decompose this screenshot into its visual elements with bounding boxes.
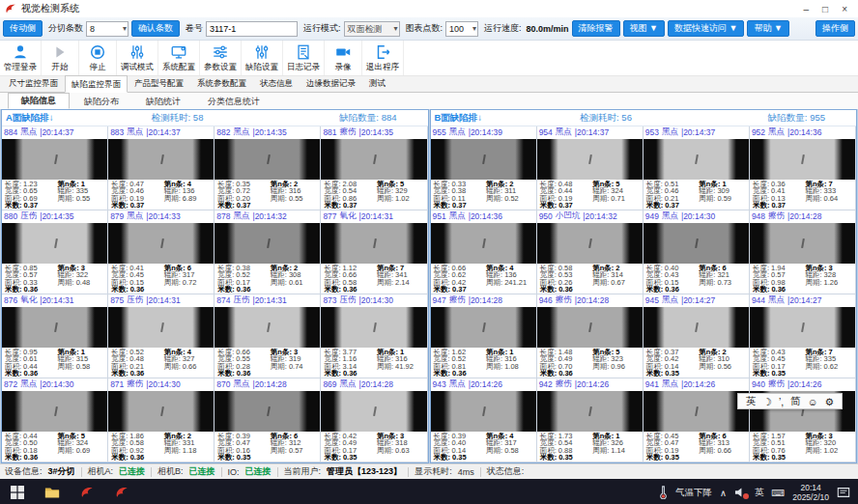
defect-cell[interactable]: 945 黑点 |20:14:27 长度:0.37 宽度:0.42 面积:0.14… bbox=[644, 294, 750, 378]
debug-mode-button[interactable]: 调试模式 bbox=[117, 41, 158, 75]
defect-image[interactable] bbox=[431, 307, 536, 349]
defect-image[interactable] bbox=[644, 307, 749, 349]
clear-alarm-button[interactable]: 清除报警 bbox=[572, 20, 620, 37]
param-settings-button[interactable]: 参数设置 bbox=[200, 41, 242, 75]
defect-image[interactable] bbox=[750, 223, 855, 265]
ime-toolbar-item[interactable]: 简 bbox=[790, 395, 801, 408]
ime-toolbar-item[interactable]: ☽ bbox=[763, 396, 772, 407]
ime-toolbar-item[interactable]: ☺ bbox=[808, 396, 818, 407]
defect-image[interactable] bbox=[750, 307, 855, 349]
defect-image[interactable] bbox=[321, 139, 426, 181]
start-button[interactable] bbox=[0, 479, 35, 504]
input-language-indicator[interactable]: 英 bbox=[755, 487, 764, 499]
record-video-button[interactable]: 录像 bbox=[325, 41, 362, 75]
main-tab[interactable]: 边缘数据记录 bbox=[300, 75, 362, 92]
ime-toolbar-item[interactable]: 英 bbox=[746, 395, 757, 408]
taskbar-app-button-2[interactable] bbox=[104, 479, 139, 504]
defect-cell[interactable]: 875 压伤 |20:14:31 长度:0.52 宽度:0.48 面积:0.21… bbox=[108, 294, 214, 378]
log-record-button[interactable]: 日志记录 bbox=[283, 41, 325, 75]
sub-tab[interactable]: 缺陷信息 bbox=[8, 93, 70, 109]
main-tab[interactable]: 测试 bbox=[362, 75, 392, 92]
view-menu-button[interactable]: 视图 ▼ bbox=[623, 20, 665, 37]
defect-image[interactable] bbox=[214, 391, 320, 433]
defect-cell[interactable]: 877 氧化 |20:14:31 长度:1.12 宽度:0.66 面积:0.58… bbox=[321, 210, 427, 294]
ime-toolbar-item[interactable]: ’, bbox=[779, 396, 784, 407]
defect-image[interactable] bbox=[321, 391, 426, 433]
defect-cell[interactable]: 876 氧化 |20:14:31 长度:0.95 宽度:0.61 面积:0.44… bbox=[2, 294, 108, 378]
defect-cell[interactable]: 884 黑点 |20:14:37 长度:1.23 宽度:0.65 面积:0.69… bbox=[2, 126, 108, 210]
defect-cell[interactable]: 871 擦伤 |20:14:30 长度:1.86 宽度:0.58 面积:0.92… bbox=[108, 378, 214, 462]
main-tab[interactable]: 尺寸监控界面 bbox=[2, 75, 65, 92]
taskbar-app-button-1[interactable] bbox=[70, 479, 104, 504]
slit-count-select[interactable]: 8 bbox=[86, 21, 129, 37]
defect-image[interactable] bbox=[537, 223, 643, 265]
defect-cell[interactable]: 942 擦伤 |20:14:26 长度:1.73 宽度:0.54 面积:0.88… bbox=[537, 378, 644, 462]
defect-settings-button[interactable]: 缺陷设置 bbox=[242, 41, 283, 75]
sub-tab[interactable]: 缺陷统计 bbox=[133, 95, 193, 109]
main-tab[interactable]: 缺陷监控界面 bbox=[65, 75, 128, 93]
defect-image[interactable] bbox=[537, 391, 643, 433]
help-menu-button[interactable]: 帮助 ▼ bbox=[747, 20, 788, 37]
defect-cell[interactable]: 872 黑点 |20:14:30 长度:0.44 宽度:0.50 面积:0.18… bbox=[2, 378, 108, 462]
main-tab[interactable]: 状态信息 bbox=[253, 75, 300, 92]
defect-cell[interactable]: 870 黑点 |20:14:28 长度:0.39 宽度:0.47 面积:0.16… bbox=[214, 378, 321, 462]
maximize-icon[interactable]: □ bbox=[822, 4, 828, 14]
confirm-count-button[interactable]: 确认条数 bbox=[131, 20, 180, 37]
defect-cell[interactable]: 948 擦伤 |20:14:28 长度:1.94 宽度:0.57 面积:0.98… bbox=[750, 210, 856, 294]
defect-image[interactable] bbox=[2, 223, 107, 265]
defect-image[interactable] bbox=[321, 307, 426, 349]
defect-cell[interactable]: 947 擦伤 |20:14:28 长度:1.62 宽度:0.52 面积:0.81… bbox=[431, 294, 537, 378]
exit-program-button[interactable]: 退出程序 bbox=[362, 41, 404, 75]
defect-image[interactable] bbox=[108, 307, 214, 349]
operate-side-button[interactable]: 操作侧 bbox=[815, 20, 855, 37]
defect-cell[interactable]: 882 黑点 |20:14:35 长度:0.35 宽度:0.72 面积:0.20… bbox=[214, 126, 321, 210]
defect-image[interactable] bbox=[321, 223, 426, 265]
tray-expand-icon[interactable]: ∧ bbox=[720, 488, 727, 498]
defect-image[interactable] bbox=[214, 139, 320, 181]
ime-toolbar-item[interactable]: ⚙ bbox=[824, 396, 833, 407]
defect-image[interactable] bbox=[108, 223, 214, 265]
defect-cell[interactable]: 880 压伤 |20:14:35 长度:0.85 宽度:0.57 面积:0.33… bbox=[2, 210, 108, 294]
defect-image[interactable] bbox=[537, 307, 643, 349]
drive-side-button[interactable]: 传动侧 bbox=[3, 20, 43, 37]
defect-image[interactable] bbox=[431, 139, 536, 181]
file-explorer-button[interactable] bbox=[35, 479, 70, 504]
defect-cell[interactable]: 943 黑点 |20:14:26 长度:0.39 宽度:0.40 面积:0.14… bbox=[431, 378, 537, 462]
defect-image[interactable] bbox=[644, 139, 749, 181]
main-tab[interactable]: 系统参数配置 bbox=[190, 75, 253, 92]
keyboard-icon[interactable]: ⌨ bbox=[771, 488, 785, 498]
defect-cell[interactable]: 873 压伤 |20:14:30 长度:3.77 宽度:1.16 面积:3.14… bbox=[321, 294, 427, 378]
defect-cell[interactable]: 952 黑点 |20:14:36 长度:0.36 宽度:0.41 面积:0.13… bbox=[750, 126, 856, 210]
defect-cell[interactable]: 940 擦伤 |20:14:26 长度:1.57 宽度:0.51 面积:0.76… bbox=[750, 378, 856, 462]
defect-cell[interactable]: 881 擦伤 |20:14:35 长度:2.08 宽度:0.54 面积:0.86… bbox=[321, 126, 427, 210]
defect-image[interactable] bbox=[2, 307, 107, 349]
defect-cell[interactable]: 949 黑点 |20:14:30 长度:0.40 宽度:0.43 面积:0.15… bbox=[644, 210, 750, 294]
defect-cell[interactable]: 946 擦伤 |20:14:28 长度:1.48 宽度:0.49 面积:0.70… bbox=[537, 294, 644, 378]
sub-tab[interactable]: 缺陷分布 bbox=[72, 95, 131, 109]
chart-points-select[interactable]: 100 bbox=[445, 21, 478, 37]
start-button[interactable]: 开始 bbox=[42, 41, 79, 75]
minimize-icon[interactable]: – bbox=[804, 4, 810, 14]
main-tab[interactable]: 产品型号配置 bbox=[128, 75, 190, 92]
defect-cell[interactable]: 951 黑点 |20:14:36 长度:0.66 宽度:0.62 面积:0.42… bbox=[431, 210, 537, 294]
clock[interactable]: 20:14 2025/2/10 bbox=[792, 483, 829, 502]
admin-login-button[interactable]: 管理登录 bbox=[0, 41, 42, 75]
defect-image[interactable] bbox=[108, 139, 214, 181]
defect-cell[interactable]: 874 压伤 |20:14:31 长度:0.66 宽度:0.55 面积:0.28… bbox=[214, 294, 321, 378]
roll-number-input[interactable] bbox=[206, 21, 298, 37]
defect-image[interactable] bbox=[2, 391, 107, 433]
defect-cell[interactable]: 883 黑点 |20:14:37 长度:0.47 宽度:0.46 面积:0.19… bbox=[108, 126, 214, 210]
defect-cell[interactable]: 878 黑点 |20:14:32 长度:0.38 宽度:0.52 面积:0.17… bbox=[214, 210, 321, 294]
quick-access-menu-button[interactable]: 数据快速访问 ▼ bbox=[668, 20, 744, 37]
system-config-button[interactable]: 系统配置 bbox=[158, 41, 200, 75]
sub-tab[interactable]: 分类信息统计 bbox=[195, 95, 272, 109]
panel-b-title[interactable]: B面缺陷排↓ bbox=[435, 112, 483, 125]
defect-image[interactable] bbox=[431, 223, 536, 265]
defect-image[interactable] bbox=[537, 139, 643, 181]
close-icon[interactable]: × bbox=[842, 4, 847, 14]
defect-image[interactable] bbox=[108, 391, 214, 433]
defect-image[interactable] bbox=[431, 391, 536, 433]
defect-image[interactable] bbox=[644, 223, 749, 265]
stop-button[interactable]: 停止 bbox=[79, 41, 117, 75]
defect-image[interactable] bbox=[2, 139, 107, 181]
